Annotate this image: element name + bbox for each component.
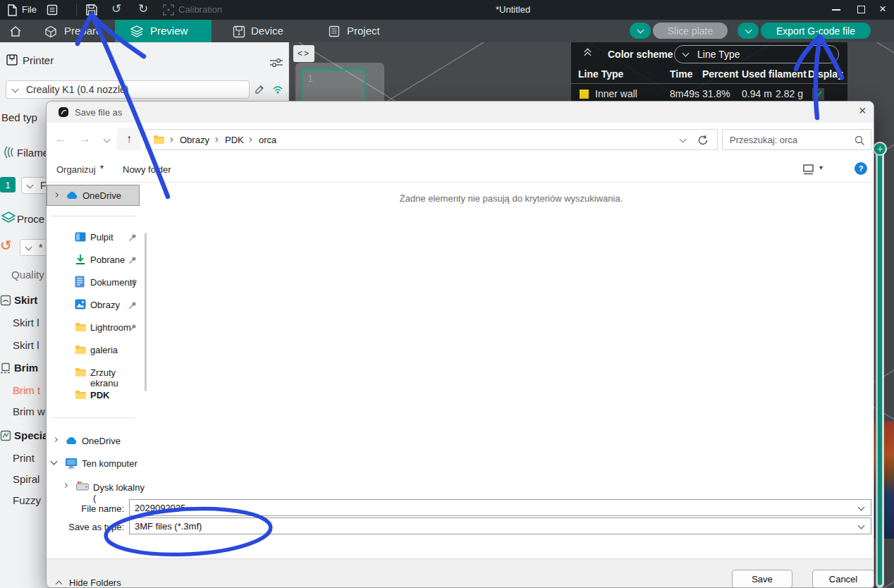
cancel-button[interactable]: Cancel: [812, 570, 874, 588]
param-brim[interactable]: Brim: [14, 362, 38, 374]
param-spiral[interactable]: Spiral: [13, 473, 39, 485]
tree-item-lightroom[interactable]: Lightroom: [47, 319, 140, 338]
maximize-button[interactable]: [857, 6, 865, 13]
export-options-chevron[interactable]: [737, 23, 759, 39]
new-file-icon[interactable]: [7, 4, 18, 16]
filament-number-badge[interactable]: 1: [0, 177, 16, 192]
bed-type-label: Bed typ: [1, 111, 37, 123]
color-scheme-dropdown-value: Line Type: [697, 49, 740, 60]
undo-icon[interactable]: ↺: [111, 1, 121, 16]
nav-forward-button[interactable]: →: [79, 132, 91, 146]
tab-device[interactable]: Device: [227, 20, 298, 42]
tree-item-onedrive-selected[interactable]: OneDrive: [47, 185, 140, 206]
slice-plate-button[interactable]: Slice plate: [653, 23, 728, 39]
param-print-sequence[interactable]: Print: [13, 452, 35, 464]
address-bar[interactable]: › Obrazy › PDK › orca: [145, 129, 718, 150]
tree-item-dysk-lokalny[interactable]: Dysk lokalny (: [47, 477, 149, 496]
tree-item-pulpit[interactable]: Pulpit: [47, 228, 140, 248]
hide-folders-button[interactable]: Hide Folders: [69, 577, 121, 588]
export-gcode-button[interactable]: Export G-code file: [761, 23, 871, 39]
breadcrumb-orca[interactable]: orca: [259, 135, 276, 145]
minimize-button[interactable]: [832, 9, 840, 11]
display-checkbox[interactable]: [812, 88, 824, 100]
filter-sliders-icon[interactable]: [269, 58, 283, 68]
new-folder-button[interactable]: Nowy folder: [123, 164, 171, 175]
save-icon[interactable]: [85, 4, 98, 16]
refresh-icon[interactable]: [697, 135, 709, 146]
param-skirt[interactable]: Skirt: [14, 294, 37, 306]
view-mode-icon[interactable]: [802, 164, 815, 176]
pin-icon: [128, 324, 137, 332]
this-pc-icon: [65, 458, 78, 469]
search-box[interactable]: Przeszukaj: orca: [722, 129, 871, 150]
param-fuzzy[interactable]: Fuzzy: [13, 494, 41, 506]
param-brim-width[interactable]: Brim w: [13, 405, 45, 417]
project-doc-icon: [329, 25, 340, 37]
organize-menu[interactable]: Organizuj: [56, 164, 96, 175]
dialog-close-button[interactable]: ×: [859, 104, 867, 118]
documents-icon: [75, 276, 85, 288]
dialog-title: Save file as: [75, 107, 122, 118]
row-weight: 2.82 g: [776, 88, 803, 99]
color-scheme-dropdown[interactable]: Line Type: [674, 45, 839, 63]
tree-label: Pobrane: [90, 255, 125, 265]
onedrive-cloud-icon: [65, 436, 78, 445]
tree-label: OneDrive: [82, 436, 121, 446]
tree-item-pobrane[interactable]: Pobrane: [47, 251, 140, 271]
breadcrumb-pdk[interactable]: PDK: [225, 135, 244, 145]
redo-icon[interactable]: ↻: [138, 1, 148, 16]
breadcrumb-sep: ›: [215, 133, 219, 145]
tree-item-ten-komputer[interactable]: Ten komputer: [47, 454, 140, 474]
help-button[interactable]: ?: [855, 162, 867, 175]
tree-item-obrazy[interactable]: Obrazy: [47, 296, 140, 316]
dialog-footer: Hide Folders Save Cancel: [47, 558, 874, 587]
param-skirt-sub1[interactable]: Skirt l: [13, 317, 39, 329]
param-brim-type[interactable]: Brim t: [13, 384, 40, 396]
tree-label: Lightroom: [90, 322, 131, 333]
collapse-panel-icon[interactable]: [585, 49, 590, 58]
file-menu[interactable]: File: [22, 4, 37, 15]
layer-slider-handle[interactable]: +: [873, 142, 887, 156]
tree-label: Pulpit: [90, 232, 114, 243]
nav-up-button[interactable]: ↑: [117, 128, 141, 150]
save-button[interactable]: Save: [732, 570, 792, 588]
tab-device-label: Device: [251, 25, 283, 37]
search-icon[interactable]: [854, 135, 865, 146]
tab-prepare[interactable]: Prepare: [39, 20, 115, 42]
edit-preset-icon[interactable]: [254, 83, 266, 95]
param-special[interactable]: Specia: [14, 429, 48, 441]
search-input[interactable]: Przeszukaj: orca: [730, 135, 797, 145]
tab-project[interactable]: Project: [323, 20, 393, 42]
tree-item-onedrive[interactable]: OneDrive: [47, 431, 140, 451]
address-dropdown-chevron[interactable]: [680, 136, 687, 143]
breadcrumb-obrazy[interactable]: Obrazy: [180, 135, 209, 145]
tree-item-pdk[interactable]: PDK: [47, 386, 140, 406]
local-disk-icon: [76, 482, 89, 491]
param-skirt-sub2[interactable]: Skirt l: [13, 339, 39, 351]
close-window-button[interactable]: ×: [879, 2, 886, 16]
reset-undo-icon[interactable]: ↺: [0, 237, 12, 254]
tree-item-galeria[interactable]: galeria: [47, 341, 140, 361]
filament-section-title: Filame: [17, 147, 49, 159]
row-inner-wall: Inner wall: [595, 88, 637, 99]
desktop-icon: [75, 232, 86, 242]
slice-options-chevron[interactable]: [630, 23, 651, 39]
file-name-input[interactable]: 2029092025: [129, 499, 871, 516]
nav-history-chevron[interactable]: [104, 136, 111, 143]
printer-preset-dropdown[interactable]: Creality K1 (0.4 nozzle): [6, 80, 250, 99]
tab-preview[interactable]: Preview: [115, 20, 212, 42]
main-tabbar: Prepare Preview Device Project Slice pla…: [0, 20, 894, 42]
collapse-panel-button[interactable]: <>: [293, 45, 314, 62]
color-scheme-title: Color scheme: [608, 49, 673, 60]
home-icon[interactable]: [9, 25, 22, 37]
wifi-connection-icon[interactable]: [271, 82, 285, 94]
tree-item-dokumenty[interactable]: Dokumenty: [47, 274, 140, 293]
nav-back-button[interactable]: ←: [55, 132, 67, 146]
view-mode-caret[interactable]: ▾: [819, 164, 823, 171]
save-type-select[interactable]: 3MF files (*.3mf): [129, 517, 871, 534]
dialog-titlebar: Save file as ×: [47, 102, 874, 123]
tree-item-zrzuty-ekranu[interactable]: Zrzuty ekranu: [47, 364, 140, 384]
folder-icon: [153, 135, 165, 145]
tree-scrollbar[interactable]: [145, 233, 147, 391]
menu-list-icon[interactable]: [47, 4, 58, 16]
